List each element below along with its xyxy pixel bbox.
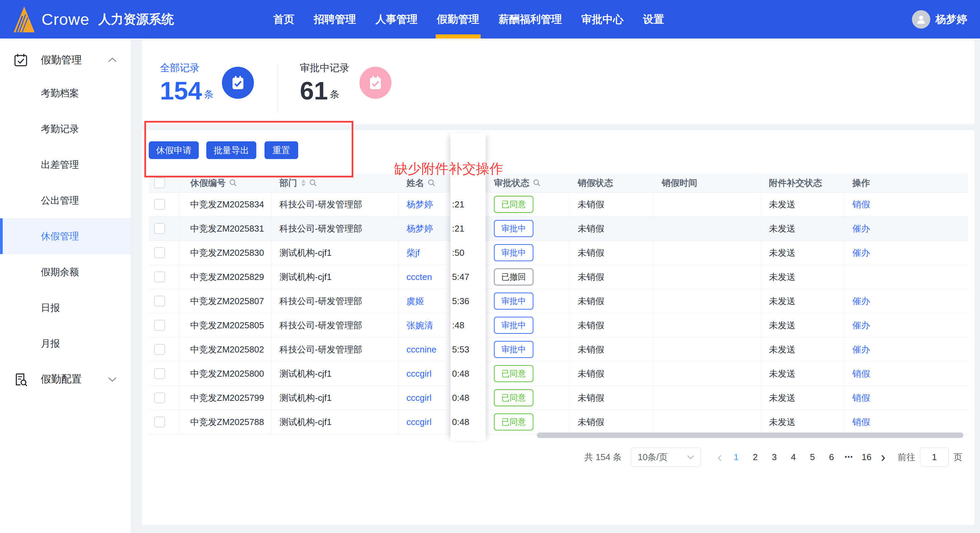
attachment-status-cell: 未发送 bbox=[761, 313, 844, 337]
row-checkbox[interactable] bbox=[154, 271, 165, 282]
nav-item-approval[interactable]: 审批中心 bbox=[581, 0, 624, 38]
department-cell: 测试机构-cjf1 bbox=[271, 241, 398, 265]
department-cell: 科技公司-研发管理部 bbox=[271, 313, 398, 337]
search-icon[interactable] bbox=[229, 179, 237, 187]
partial-time-column: :21:21:505:475:36:485:530:480:480:48 bbox=[450, 192, 486, 434]
sidebar-group-config[interactable]: 假勤配置 bbox=[0, 361, 131, 397]
search-icon[interactable] bbox=[309, 179, 317, 187]
employee-name-link[interactable]: cccnine bbox=[406, 344, 436, 355]
goto-page-input[interactable] bbox=[920, 447, 949, 467]
department-cell: 科技公司-研发管理部 bbox=[271, 289, 398, 313]
nav-item-personnel[interactable]: 人事管理 bbox=[375, 0, 418, 38]
leave-id-cell: 中竞发ZM2025802 bbox=[180, 338, 271, 361]
page-size-select[interactable]: 10条/页 bbox=[631, 447, 701, 467]
apply-leave-button[interactable]: 休假申请 bbox=[149, 141, 199, 159]
sidebar-item-business-trip[interactable]: 出差管理 bbox=[0, 147, 131, 182]
employee-name-link[interactable]: cccgirl bbox=[406, 393, 432, 403]
row-action-link[interactable]: 催办 bbox=[852, 344, 870, 356]
row-action-link[interactable]: 催办 bbox=[852, 223, 870, 235]
row-checkbox[interactable] bbox=[154, 417, 165, 428]
stat-label: 审批中记录 bbox=[300, 61, 349, 75]
nav-item-payroll[interactable]: 薪酬福利管理 bbox=[499, 0, 562, 38]
sidebar-item-leave-management[interactable]: 休假管理 bbox=[0, 218, 131, 254]
page-number-1[interactable]: 1 bbox=[730, 452, 742, 463]
row-action-link[interactable]: 催办 bbox=[852, 295, 870, 307]
row-action-link[interactable]: 催办 bbox=[852, 247, 870, 259]
table-row: 中竞发ZM2025802 科技公司-研发管理部 cccnine 审批中 未销假 … bbox=[149, 338, 968, 362]
employee-name-link[interactable]: 虞姬 bbox=[406, 295, 424, 307]
sidebar-item-attendance-record[interactable]: 考勤记录 bbox=[0, 111, 131, 147]
page-number-16[interactable]: 16 bbox=[861, 452, 872, 463]
sidebar-item-outing[interactable]: 公出管理 bbox=[0, 182, 131, 218]
cancel-status-cell: 未销假 bbox=[570, 362, 654, 386]
department-cell: 测试机构-cjf1 bbox=[271, 386, 398, 410]
sidebar-group-attendance[interactable]: 假勤管理 bbox=[0, 45, 131, 75]
reset-button[interactable]: 重置 bbox=[264, 141, 298, 159]
main-menu: 首页 招聘管理 人事管理 假勤管理 薪酬福利管理 审批中心 设置 bbox=[273, 0, 684, 38]
approval-status-badge: 已同意 bbox=[494, 413, 533, 431]
sidebar-item-daily-report[interactable]: 日报 bbox=[0, 290, 131, 326]
department-cell: 科技公司-研发管理部 bbox=[271, 217, 398, 241]
row-action-link[interactable]: 销假 bbox=[852, 392, 870, 404]
employee-name-link[interactable]: 张婉清 bbox=[406, 319, 433, 331]
partial-time-value: :50 bbox=[450, 241, 486, 265]
row-action-link[interactable]: 销假 bbox=[852, 416, 870, 428]
stat-value: 61 bbox=[300, 80, 328, 102]
nav-item-attendance[interactable]: 假勤管理 bbox=[437, 0, 479, 38]
page-number-4[interactable]: 4 bbox=[788, 452, 799, 463]
nav-item-settings[interactable]: 设置 bbox=[643, 0, 664, 38]
leave-id-cell: 中竞发ZM2025805 bbox=[180, 313, 271, 337]
employee-name-link[interactable]: cccgirl bbox=[406, 417, 432, 428]
sidebar-item-monthly-report[interactable]: 月报 bbox=[0, 326, 131, 361]
batch-export-button[interactable]: 批量导出 bbox=[206, 141, 256, 159]
cancel-status-cell: 未销假 bbox=[570, 241, 654, 265]
cancel-time-cell bbox=[654, 338, 761, 361]
page-number-3[interactable]: 3 bbox=[768, 452, 780, 463]
stats-card: 全部记录 154 条 审批中记录 61 条 bbox=[142, 40, 975, 124]
app-title: 人力资源系统 bbox=[99, 11, 174, 28]
page-number-6[interactable]: 6 bbox=[826, 452, 837, 463]
row-action-link[interactable]: 催办 bbox=[852, 319, 870, 331]
row-action-link[interactable]: 销假 bbox=[852, 368, 870, 380]
row-checkbox[interactable] bbox=[154, 223, 165, 234]
partial-time-value: :21 bbox=[450, 192, 486, 217]
prev-page-button[interactable]: ‹ bbox=[717, 447, 722, 467]
search-icon[interactable] bbox=[533, 179, 541, 187]
col-name: 姓名 bbox=[406, 177, 424, 189]
row-action-link[interactable]: 销假 bbox=[852, 199, 870, 211]
sidebar-group-label: 假勤配置 bbox=[41, 372, 82, 386]
page-number-2[interactable]: 2 bbox=[749, 452, 761, 463]
employee-name-link[interactable]: 杨梦婷 bbox=[406, 199, 433, 211]
table-row: 中竞发ZM2025829 测试机构-cjf1 cccten 已撤回 未销假 未发… bbox=[149, 265, 968, 289]
nav-item-recruit[interactable]: 招聘管理 bbox=[314, 0, 356, 38]
search-icon[interactable] bbox=[428, 179, 436, 187]
clipboard-check-icon bbox=[222, 67, 254, 99]
row-checkbox[interactable] bbox=[154, 393, 165, 403]
row-checkbox[interactable] bbox=[154, 295, 165, 306]
white-overlay-panel: :21:21:505:475:36:485:530:480:480:48 bbox=[450, 133, 486, 441]
employee-name-link[interactable]: 杨梦婷 bbox=[406, 223, 433, 235]
sidebar-item-leave-balance[interactable]: 假期余额 bbox=[0, 254, 131, 290]
page-number-5[interactable]: 5 bbox=[807, 452, 818, 463]
row-checkbox[interactable] bbox=[154, 320, 165, 331]
sort-icon[interactable] bbox=[301, 179, 305, 187]
user-menu[interactable]: 杨梦婷 bbox=[912, 10, 967, 29]
row-checkbox[interactable] bbox=[154, 199, 165, 210]
col-attachment-status: 附件补交状态 bbox=[769, 177, 822, 189]
employee-name-link[interactable]: 柴jf bbox=[406, 247, 420, 259]
row-checkbox[interactable] bbox=[154, 247, 165, 258]
select-all-checkbox[interactable] bbox=[154, 177, 165, 188]
horizontal-scrollbar-thumb[interactable] bbox=[537, 432, 963, 438]
partial-time-value: 0:48 bbox=[450, 386, 486, 410]
cancel-time-cell bbox=[654, 386, 761, 410]
employee-name-link[interactable]: cccten bbox=[406, 272, 432, 282]
leave-id-cell: 中竞发ZM2025788 bbox=[180, 410, 271, 434]
row-checkbox[interactable] bbox=[154, 344, 165, 355]
nav-item-home[interactable]: 首页 bbox=[273, 0, 294, 38]
next-page-button[interactable]: › bbox=[881, 447, 885, 467]
row-checkbox[interactable] bbox=[154, 368, 165, 379]
more-pages-icon[interactable]: ••• bbox=[845, 454, 853, 461]
employee-name-link[interactable]: cccgirl bbox=[406, 369, 432, 379]
sidebar-item-attendance-archive[interactable]: 考勤档案 bbox=[0, 75, 131, 111]
chevron-up-icon bbox=[108, 57, 117, 63]
